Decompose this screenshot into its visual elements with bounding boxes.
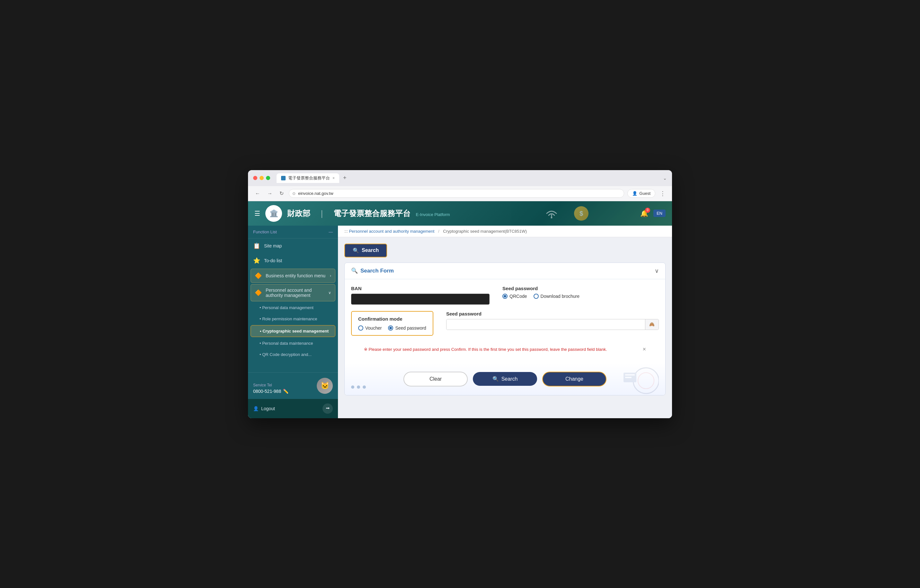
sidebar-sub-item-cryptographic-seed[interactable]: • Cryptographic seed management [251,325,335,337]
notification-badge: 0 [645,208,650,213]
logout-bar: 👤 Logout ⮕ [248,399,338,418]
sidebar-item-todo[interactable]: ⭐ To-do list [248,253,338,268]
logo-icon: 🏛️ [269,209,278,218]
browser-toolbar: ← → ↻ ⊙ einvoice.nat.gov.tw 👤 Guest ⋮ [248,186,672,201]
breadcrumb-arrow: / [438,229,441,234]
search-tab-button[interactable]: 🔍 Search [344,244,387,257]
breadcrumb: ::: Personnel account and authority mana… [338,226,672,237]
bullet-personal-data-2: • [259,341,262,346]
confirmation-mode-box: Confirmation mode Voucher Seed password [351,311,433,336]
sidebar-item-site-map[interactable]: 📋 Site map [248,239,338,253]
sidebar-item-label-personnel: Personnel account and authority manageme… [266,288,324,298]
site-map-icon: 📋 [253,242,260,249]
new-tab-button[interactable]: + [340,174,349,181]
tab-bar: 電子發票整合服務平台 × + [277,173,659,183]
breadcrumb-link-personnel[interactable]: Personnel account and authority manageme… [349,229,434,234]
radio-seed-password-confirm[interactable]: Seed password [388,325,426,331]
radio-download-brochure-circle [534,294,539,299]
svg-point-1 [633,368,659,394]
form-body: BAN Seed password QRCode [345,279,665,363]
confirmation-mode-label: Confirmation mode [358,316,426,321]
confirmation-options: Voucher Seed password [358,325,426,331]
browser-titlebar: 電子發票整合服務平台 × + ⌄ [248,170,672,186]
dot-3 [363,386,366,389]
collapse-button[interactable]: ∨ [655,267,659,275]
search-button[interactable]: 🔍 Search [473,372,537,386]
tab-title: 電子發票整合服務平台 [288,175,330,181]
notification-icon[interactable]: 🔔 0 [640,210,648,217]
search-button-icon: 🔍 [492,376,499,382]
seed-password-options: QRCode Download brochure [502,294,641,299]
personnel-icon: 🔶 [255,289,262,296]
search-form-panel: 🔍 Search Form ∨ BAN [344,263,666,396]
breadcrumb-sep: ::: [344,229,349,234]
action-bar-illustration [575,366,659,395]
function-list-collapse-icon[interactable]: — [329,229,333,234]
search-form-title: 🔍 Search Form [351,267,394,274]
address-bar[interactable]: ⊙ einvoice.nat.gov.tw [289,189,624,198]
service-tel-label: Service Tel [253,383,288,388]
guest-button[interactable]: 👤 Guest [627,189,655,198]
password-toggle-button[interactable]: 🙈 [645,319,659,330]
sidebar-sub-item-role-permission[interactable]: • Role permission maintenance [248,313,338,325]
ban-form-group: BAN [351,286,489,305]
dot-2 [357,386,360,389]
svg-rect-4 [625,374,635,376]
maximize-traffic-light[interactable] [266,176,270,180]
business-entity-chevron-icon: › [330,273,331,278]
close-traffic-light[interactable] [253,176,257,180]
lock-icon: ⊙ [292,191,296,196]
radio-qrcode-circle [502,294,507,299]
platform-en-label: E-Invoice Platform [416,212,450,217]
logout-icon-button[interactable]: ⮕ [322,404,333,414]
person-icon: 👤 [253,406,259,411]
label-personal-data: Personal data management [262,305,314,310]
form-row-1: BAN Seed password QRCode [351,286,659,305]
tab-close-button[interactable]: × [332,176,335,180]
sidebar-item-label-site-map: Site map [264,243,282,249]
search-form-header: 🔍 Search Form ∨ [345,263,665,279]
ban-input[interactable] [351,294,489,305]
radio-qrcode[interactable]: QRCode [502,294,527,299]
header-decoration-coin: $ [574,206,588,221]
seed-password-label: Seed password [502,286,641,291]
radio-seed-password-confirm-label: Seed password [395,325,426,331]
tab-menu-button[interactable]: ⌄ [663,176,667,181]
sidebar-sub-item-qrcode[interactable]: • QR Code decryption and... [248,349,338,360]
sidebar-sub-item-personal-data-2[interactable]: • Personal data maintenance [248,338,338,349]
notice-close-button[interactable]: × [643,346,646,353]
active-tab[interactable]: 電子發票整合服務平台 × [277,173,339,183]
logout-label: Logout [261,406,275,411]
function-list-header: Function List — [248,226,338,239]
label-qrcode: QR Code decryption and... [262,352,312,357]
minimize-traffic-light[interactable] [259,176,264,180]
language-button[interactable]: EN [653,210,666,217]
radio-download-brochure[interactable]: Download brochure [534,294,580,299]
search-form-title-icon: 🔍 [351,267,358,274]
header-separator: ｜ [318,208,326,218]
back-button[interactable]: ← [253,189,262,198]
radio-seed-password-confirm-circle [388,325,393,331]
hamburger-button[interactable]: ☰ [254,210,260,217]
radio-voucher[interactable]: Voucher [358,325,382,331]
seed-password-field-label: Seed password [446,311,659,317]
password-field-wrap: 🙈 [446,319,659,330]
sidebar-item-personnel[interactable]: 🔶 Personnel account and authority manage… [251,284,335,301]
more-options-button[interactable]: ⋮ [659,189,667,198]
sidebar-item-business-entity[interactable]: 🔶 Business entity function menu › [251,269,335,283]
sidebar: Function List — 📋 Site map ⭐ To-do list … [248,226,338,418]
browser-window: 電子發票整合服務平台 × + ⌄ ← → ↻ ⊙ einvoice.nat.go… [248,170,672,418]
mascot-avatar: 🐱 [317,378,333,394]
header-right: 🔔 0 EN [640,210,666,217]
logout-button[interactable]: 👤 Logout [253,406,275,411]
exit-icon: ⮕ [326,406,330,411]
seed-password-input[interactable] [447,319,645,330]
app-body: Function List — 📋 Site map ⭐ To-do list … [248,226,672,418]
sidebar-sub-item-personal-data[interactable]: • Personal data management [248,302,338,313]
traffic-lights [253,176,270,180]
reload-button[interactable]: ↻ [277,189,285,198]
radio-voucher-circle [358,325,363,331]
search-form-title-text: Search Form [360,268,394,274]
forward-button[interactable]: → [265,189,274,198]
clear-button[interactable]: Clear [403,372,468,386]
